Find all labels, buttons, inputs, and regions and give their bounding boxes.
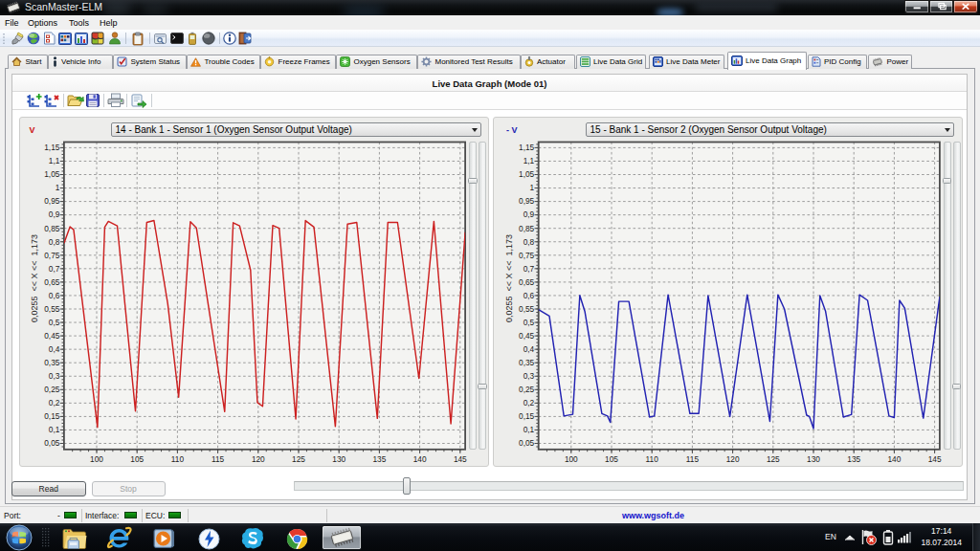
svg-text:0,45: 0,45: [519, 330, 535, 340]
svg-text:0,85: 0,85: [44, 223, 60, 232]
svg-text:100: 100: [565, 454, 578, 464]
svg-text:140: 140: [887, 454, 901, 464]
svg-text:0,2: 0,2: [48, 398, 59, 408]
svg-text:105: 105: [130, 454, 144, 464]
svg-text:125: 125: [292, 454, 305, 464]
svg-text:0,9: 0,9: [48, 209, 59, 219]
svg-text:110: 110: [646, 454, 659, 464]
svg-text:0,2: 0,2: [523, 398, 535, 408]
svg-text:0,25: 0,25: [519, 385, 535, 394]
svg-text:0,1: 0,1: [523, 425, 535, 434]
svg-text:130: 130: [807, 454, 820, 464]
svg-text:135: 135: [372, 454, 386, 464]
svg-text:0,95: 0,95: [44, 196, 60, 206]
svg-text:0,45: 0,45: [44, 330, 60, 340]
svg-text:135: 135: [847, 454, 860, 464]
svg-text:1: 1: [55, 183, 59, 192]
svg-text:100: 100: [90, 454, 103, 464]
svg-text:1: 1: [530, 183, 535, 192]
svg-text:1,15: 1,15: [519, 143, 535, 152]
svg-text:0,65: 0,65: [44, 276, 60, 286]
svg-text:0,65: 0,65: [519, 276, 535, 286]
svg-text:0,35: 0,35: [44, 358, 60, 367]
svg-text:0,85: 0,85: [519, 223, 535, 232]
svg-text:115: 115: [211, 454, 224, 464]
svg-text:130: 130: [332, 454, 345, 464]
svg-text:120: 120: [251, 454, 264, 464]
svg-text:0,5: 0,5: [523, 317, 535, 326]
svg-text:120: 120: [726, 454, 740, 464]
svg-text:0,05: 0,05: [519, 438, 535, 448]
svg-text:145: 145: [453, 454, 466, 464]
svg-text:0,3: 0,3: [523, 371, 535, 381]
svg-text:0,75: 0,75: [519, 250, 535, 259]
svg-text:0,7: 0,7: [48, 263, 59, 273]
svg-text:0,7: 0,7: [523, 263, 535, 273]
svg-text:0,25: 0,25: [44, 385, 60, 394]
svg-text:105: 105: [605, 454, 618, 464]
svg-text:0,4: 0,4: [48, 343, 59, 353]
svg-text:1,1: 1,1: [48, 156, 59, 165]
svg-text:0,8: 0,8: [523, 236, 535, 246]
svg-text:115: 115: [686, 454, 700, 464]
svg-text:1,1: 1,1: [523, 156, 535, 165]
svg-text:145: 145: [928, 454, 942, 464]
svg-text:0,4: 0,4: [523, 343, 535, 353]
svg-text:0,05: 0,05: [44, 438, 60, 448]
svg-text:1,05: 1,05: [519, 169, 535, 179]
svg-text:140: 140: [412, 454, 426, 464]
svg-text:0,3: 0,3: [48, 371, 59, 381]
svg-text:0,6: 0,6: [48, 290, 59, 299]
svg-text:0,9: 0,9: [523, 209, 535, 219]
svg-text:0,5: 0,5: [48, 317, 59, 326]
svg-text:0,95: 0,95: [519, 196, 535, 206]
svg-text:1,05: 1,05: [44, 169, 60, 179]
svg-text:0,6: 0,6: [523, 290, 535, 299]
svg-text:0,35: 0,35: [519, 358, 535, 367]
svg-text:0,1: 0,1: [48, 425, 59, 434]
svg-text:0,15: 0,15: [519, 411, 535, 421]
svg-text:0,55: 0,55: [44, 303, 60, 313]
svg-text:0,15: 0,15: [44, 411, 60, 421]
svg-text:1,15: 1,15: [44, 143, 60, 152]
svg-text:0,55: 0,55: [519, 303, 535, 313]
svg-text:125: 125: [767, 454, 780, 464]
svg-text:110: 110: [170, 454, 184, 464]
svg-text:0,75: 0,75: [44, 250, 60, 259]
svg-text:0,8: 0,8: [48, 236, 59, 246]
